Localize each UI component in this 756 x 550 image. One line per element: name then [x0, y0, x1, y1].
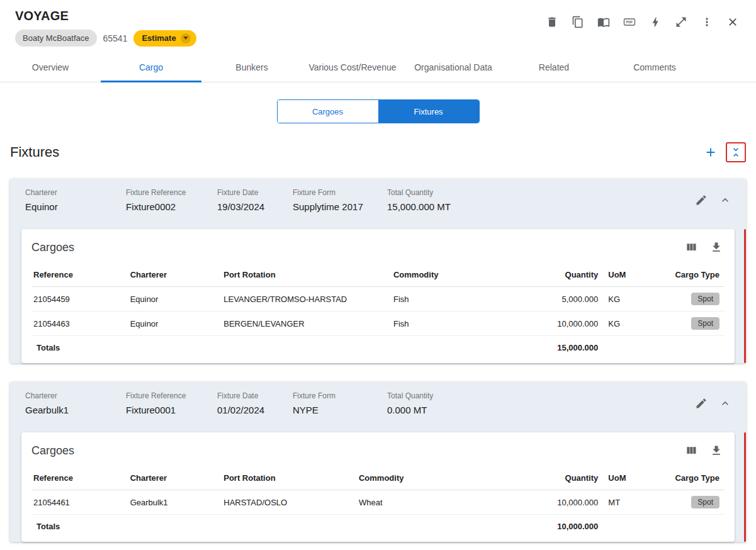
cell-uom: KG: [603, 287, 658, 311]
cell-commodity: Wheat: [354, 490, 527, 515]
edit-fixture-button[interactable]: [693, 395, 709, 412]
cell-uom: MT: [603, 490, 658, 515]
more-options-button[interactable]: [699, 14, 715, 30]
col-uom: UoM: [603, 466, 658, 490]
tab-bunkers[interactable]: Bunkers: [201, 54, 302, 82]
fixture-date-field: Fixture Date 19/03/2024: [217, 188, 293, 212]
fixture-reference-label: Fixture Reference: [126, 391, 217, 400]
download-button[interactable]: [708, 442, 725, 459]
cargo-type-badge: Spot: [691, 317, 719, 330]
fixture-indicator-bar: [744, 229, 746, 363]
total-quantity-label: Total Quantity: [387, 391, 693, 400]
menu-book-button[interactable]: [595, 14, 612, 30]
fixture-reference-field: Fixture Reference Fixture0001: [126, 391, 217, 415]
download-button[interactable]: [708, 239, 725, 255]
tab-various-cost-revenue[interactable]: Various Cost/Revenue: [302, 54, 403, 82]
cargo-type-badge: Spot: [691, 496, 719, 508]
tab-related[interactable]: Related: [504, 54, 604, 82]
page-title: VOYAGE: [15, 9, 196, 23]
table-row[interactable]: 21054463 Equinor BERGEN/LEVANGER Fish 10…: [31, 311, 725, 336]
col-commodity: Commodity: [354, 466, 527, 490]
tab-comments[interactable]: Comments: [604, 54, 705, 82]
cargoes-fixtures-toggle: Cargoes Fixtures: [277, 99, 480, 123]
cell-port-rotation: BERGEN/LEVANGER: [218, 311, 388, 336]
col-reference: Reference: [31, 263, 125, 287]
fixtures-section-title: Fixtures: [10, 144, 59, 160]
col-commodity: Commodity: [388, 263, 527, 287]
columns-button[interactable]: [683, 239, 699, 255]
pdf-button[interactable]: PDF: [621, 14, 638, 30]
toggle-cargoes[interactable]: Cargoes: [278, 100, 378, 123]
collapse-all-button[interactable]: [726, 142, 746, 162]
cargo-type-badge: Spot: [691, 293, 719, 305]
total-quantity-field: Total Quantity 15,000.000 MT: [387, 188, 693, 212]
chevron-up-icon: [719, 194, 731, 206]
tab-organisational-data[interactable]: Organisational Data: [403, 54, 504, 82]
fixtures-section-head: Fixtures: [10, 142, 746, 162]
fixture-card: Charterer Gearbulk1 Fixture Reference Fi…: [10, 382, 746, 542]
columns-icon: [685, 241, 697, 254]
estimate-button[interactable]: Estimate: [133, 30, 196, 47]
fixture-actions: [693, 395, 733, 412]
col-quantity: Quantity: [527, 263, 603, 287]
pdf-icon: PDF: [623, 16, 636, 28]
fixture-date-label: Fixture Date: [217, 188, 293, 197]
charterer-label: Charterer: [25, 391, 126, 400]
edit-fixture-button[interactable]: [693, 192, 709, 208]
table-header-row: Reference Charterer Port Rotation Commod…: [31, 466, 725, 490]
lightning-button[interactable]: [647, 14, 663, 30]
totals-quantity: 10,000.000: [527, 515, 603, 539]
charterer-field: Charterer Gearbulk1: [25, 391, 126, 415]
svg-text:PDF: PDF: [626, 20, 634, 24]
close-icon: [726, 16, 739, 28]
table-row[interactable]: 21054459 Equinor LEVANGER/TROMSO-HARSTAD…: [31, 287, 725, 311]
voyage-number: 65541: [103, 33, 128, 43]
collapse-fixture-button[interactable]: [717, 192, 733, 208]
totals-label: Totals: [31, 336, 125, 360]
copy-button[interactable]: [570, 14, 586, 30]
fixture-card: Charterer Equinor Fixture Reference Fixt…: [10, 179, 746, 363]
total-quantity-value: 15,000.000 MT: [387, 201, 693, 212]
toggle-fixtures[interactable]: Fixtures: [378, 100, 479, 123]
header-sub-row: Boaty McBoatface 65541 Estimate: [15, 30, 196, 47]
tab-bar: Overview Cargo Bunkers Various Cost/Reve…: [0, 54, 756, 82]
cell-uom: KG: [603, 311, 658, 336]
menu-book-icon: [597, 16, 610, 28]
pencil-icon: [695, 194, 708, 206]
col-port-rotation: Port Rotation: [218, 466, 354, 490]
cell-cargo-type: Spot: [658, 311, 725, 336]
col-cargo-type: Cargo Type: [658, 466, 725, 490]
columns-button[interactable]: [683, 442, 699, 459]
lightning-icon: [649, 16, 662, 28]
tab-overview[interactable]: Overview: [0, 54, 101, 82]
header-toolbar: PDF: [544, 14, 741, 30]
cell-charterer: Equinor: [125, 311, 219, 336]
table-row[interactable]: 21054461 Gearbulk1 HARSTAD/OSLO Wheat 10…: [31, 490, 725, 515]
cargoes-card: Cargoes Reference Charterer Port Rotatio…: [21, 432, 735, 542]
cargoes-card-head: Cargoes: [21, 432, 735, 466]
more-options-icon: [701, 16, 713, 28]
expand-button[interactable]: [673, 14, 689, 30]
total-quantity-label: Total Quantity: [387, 188, 693, 197]
charterer-value: Gearbulk1: [25, 405, 126, 415]
cell-cargo-type: Spot: [658, 490, 725, 515]
total-quantity-value: 0.000 MT: [387, 405, 693, 415]
fixture-form-value: Supplytime 2017: [293, 201, 387, 212]
totals-row: Totals 15,000.000: [31, 336, 725, 360]
cargoes-card-head: Cargoes: [21, 229, 735, 263]
table-header-row: Reference Charterer Port Rotation Commod…: [31, 263, 725, 287]
columns-icon: [685, 444, 697, 457]
cargoes-card-actions: [683, 442, 725, 459]
fixture-form-label: Fixture Form: [293, 391, 387, 400]
add-fixture-button[interactable]: [701, 142, 721, 162]
cell-port-rotation: HARSTAD/OSLO: [218, 490, 354, 515]
fixture-reference-value: Fixture0001: [126, 405, 217, 415]
vessel-chip[interactable]: Boaty McBoatface: [15, 30, 97, 47]
cargoes-table: Reference Charterer Port Rotation Commod…: [31, 466, 725, 538]
delete-button[interactable]: [544, 14, 560, 30]
tab-cargo[interactable]: Cargo: [101, 54, 201, 82]
collapse-fixture-button[interactable]: [717, 395, 733, 412]
download-icon: [710, 444, 723, 457]
chevron-down-icon: [181, 33, 191, 43]
close-button[interactable]: [725, 14, 741, 30]
